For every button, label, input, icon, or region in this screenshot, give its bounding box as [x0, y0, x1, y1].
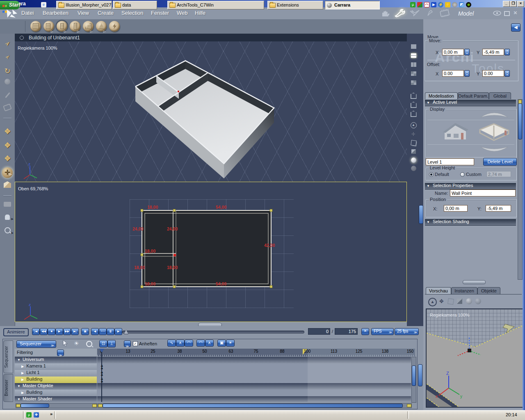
zoom-magnifier-icon[interactable] [86, 341, 92, 349]
move-arrow-tool[interactable]: ➣ [2, 53, 13, 64]
tray-nvidia-icon[interactable]: ◉ [466, 2, 471, 7]
zoom-tool[interactable]: ▶ [2, 227, 13, 238]
offset-x-input[interactable] [442, 70, 464, 77]
keyframe-marker[interactable]: ▲▲ [100, 371, 104, 376]
delete-key-button[interactable]: 🗑 [107, 328, 114, 335]
tween-linear-icon[interactable]: ∧ [176, 340, 185, 347]
render-camera-tool[interactable] [2, 201, 13, 212]
task-illusion-morpher[interactable]: Illusion_Morpher_v027 [56, 1, 112, 9]
tree-group-master-shader[interactable]: ▼Master Shader [15, 396, 97, 402]
wall-tool-icon[interactable]: ▷ [43, 21, 54, 32]
tray-power-icon[interactable]: ⚡ [438, 2, 443, 7]
select-cursor-icon[interactable] [62, 340, 68, 347]
add-key-button[interactable]: ⚬╌ [99, 328, 107, 335]
assemble-mode-hand-icon[interactable] [381, 10, 390, 17]
tray-player-icon[interactable]: ▶ [431, 2, 436, 7]
eyedropper-tool[interactable] [2, 92, 13, 103]
keyframe-marker[interactable]: ▲▲ [100, 377, 104, 382]
select-arrow-tool[interactable]: ➢ [2, 39, 13, 50]
building-3d-model[interactable] [15, 41, 407, 182]
fps-value-dropdown[interactable]: 25 fps ≫ [395, 328, 419, 335]
tray-display-icon[interactable]: ◩ [459, 2, 464, 7]
preview-textured-icon[interactable] [475, 298, 481, 304]
tab-modelisation[interactable]: Modelisation [425, 92, 458, 99]
tween-ease-in-icon[interactable]: ◠ [196, 340, 205, 347]
tab-global[interactable]: Global [489, 92, 511, 99]
selection-shading-header[interactable]: ▼ Selection Shading [425, 219, 516, 226]
default-radio[interactable] [429, 172, 434, 177]
tab-vorschau[interactable]: Vorschau [426, 287, 451, 294]
scrollbar-thumb[interactable] [412, 365, 416, 386]
quicklaunch-utorrent-icon[interactable]: µ [26, 412, 32, 418]
layout-three-pane-icon[interactable] [410, 62, 417, 69]
preview-flat-icon[interactable] [457, 299, 462, 304]
fit-track-button[interactable]: ⊥ [107, 340, 116, 347]
camera-track-icon[interactable]: ▣ [217, 340, 226, 347]
scrollbar-cap[interactable] [407, 404, 411, 407]
position-x-input[interactable] [444, 205, 468, 212]
tree-item-licht1[interactable]: ▶Licht 1 [15, 370, 97, 377]
move-tool-active[interactable]: ✛▷ [2, 167, 13, 178]
corner-view-tool[interactable] [2, 181, 13, 192]
delete-level-button[interactable]: Delete Level [483, 158, 517, 166]
level-name-input[interactable] [426, 158, 474, 165]
minimize-button[interactable]: _ [503, 1, 510, 7]
tray-flash-icon[interactable]: ⚡ [445, 2, 450, 7]
level-up-button[interactable] [479, 111, 509, 119]
menu-datei[interactable]: Datei [21, 7, 34, 18]
wall-opening-tool-icon[interactable]: ▷ [57, 21, 67, 32]
preview-move-icon[interactable]: ✥ [438, 298, 445, 305]
translate-xyz-tool[interactable]: ✥ [2, 127, 13, 138]
move-x-stepper[interactable]: ▲▼ [464, 49, 470, 55]
display-textured-icon[interactable] [410, 166, 417, 172]
level-down-button[interactable] [479, 145, 509, 153]
fps-dropdown[interactable]: FPS ≫ [371, 328, 394, 335]
restore-button[interactable]: ❐ [510, 1, 517, 7]
move-y-stepper[interactable]: ▲▼ [504, 49, 510, 55]
close-button[interactable]: × [517, 1, 524, 7]
quicklaunch-app-icon[interactable]: ❖ [34, 412, 39, 418]
loop-toggle-button[interactable]: ✕ [361, 328, 369, 335]
tray-antivirus-icon[interactable] [417, 2, 422, 7]
visibility-eye-icon[interactable] [493, 11, 501, 16]
offset-y-input[interactable] [482, 70, 504, 77]
tray-avira-icon[interactable]: ◠ [424, 2, 429, 7]
tree-h-scrollbar[interactable] [16, 403, 97, 408]
translate-plane-tool[interactable]: ✥ [2, 141, 13, 152]
paint-3d-tool[interactable] [2, 105, 13, 115]
selection-name-input[interactable] [450, 189, 516, 196]
scrollbar-cap[interactable] [92, 404, 97, 407]
move-y-input[interactable] [482, 49, 504, 55]
tween-bezier-icon[interactable]: ∿ [167, 340, 176, 347]
tab-default-param[interactable]: Default Param. [458, 92, 489, 99]
selection-properties-header[interactable]: ▼ Selection Properties [425, 183, 516, 189]
floor-plan[interactable] [15, 182, 406, 322]
filtering-dropdown[interactable]: ≫ [57, 349, 64, 356]
tray-volume-icon[interactable] [452, 2, 457, 7]
light-sun-icon[interactable]: ☀ [74, 340, 79, 347]
next-key-button[interactable]: ▶ [114, 328, 122, 335]
tree-item-building-selected[interactable]: ▶Building [15, 377, 97, 383]
time-slider-track[interactable] [122, 331, 304, 333]
task-extensions[interactable]: Extensions [267, 1, 323, 9]
rewind-button[interactable]: ◀◀ [40, 328, 48, 335]
stop-button[interactable]: ■ [48, 328, 55, 335]
texture-mode-icon[interactable] [409, 9, 420, 17]
viewport-3d[interactable]: Regiekamera 100% Z [15, 41, 407, 182]
fast-forward-button[interactable]: ▶▶ [63, 328, 71, 335]
quicklaunch-overflow-chevron[interactable]: » [50, 411, 52, 416]
tab-objekte[interactable]: Objekte [477, 287, 500, 294]
preview-render-button[interactable]: ▣ [81, 328, 89, 335]
preview-shaded-icon[interactable] [466, 298, 472, 304]
layout-four-pane-alt-icon[interactable] [410, 80, 417, 87]
view-corner-icon-3[interactable] [410, 111, 417, 117]
collapse-panel-button[interactable]: ◀ [511, 23, 520, 32]
tree-group-master-objekte[interactable]: ▼Master Objekte [15, 383, 97, 390]
view-corner-icon-1[interactable] [410, 93, 417, 99]
sequenzer-vertical-tab[interactable]: Sequenzer [3, 340, 13, 373]
sequencer-mode-dropdown[interactable]: Sequenzer ≫ [16, 340, 56, 348]
stairs-tool-icon[interactable]: ▷ [83, 21, 94, 32]
panel-splitter-handle[interactable] [463, 280, 486, 284]
custom-radio[interactable] [460, 172, 465, 177]
preview-viewport[interactable]: Z x y Regiekamera 100% [426, 308, 523, 408]
